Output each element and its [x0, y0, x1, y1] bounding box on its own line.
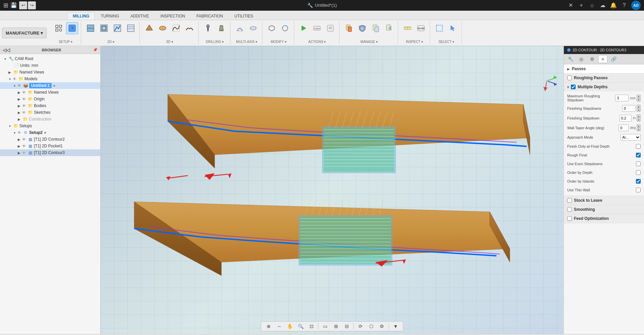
roughing-passes-header[interactable]: Roughing Passes: [564, 74, 644, 82]
tree-arrow-namedviews[interactable]: ▶: [7, 70, 12, 74]
checkbox-rough-final[interactable]: [636, 153, 641, 157]
vp-groundplane-icon[interactable]: ⊟: [342, 322, 352, 330]
untitled1-eye-icon[interactable]: 👁: [17, 84, 21, 88]
drill-icon[interactable]: [202, 22, 214, 34]
tab-utilities[interactable]: UTILITIES: [229, 12, 259, 20]
spindown-max-roughing[interactable]: ▼: [637, 98, 641, 102]
select-arrow-icon[interactable]: [447, 22, 459, 34]
2dpocket1-eye[interactable]: 👁: [22, 144, 26, 148]
select-box-icon[interactable]: [433, 22, 445, 34]
close-window-icon[interactable]: ✕: [567, 2, 574, 9]
2dcontour2-eye[interactable]: 👁: [22, 137, 26, 141]
bell-icon[interactable]: 🔔: [610, 2, 617, 9]
manage-1-icon[interactable]: [343, 22, 355, 34]
simulate-icon[interactable]: [298, 22, 310, 34]
vp-fit-icon[interactable]: ⊡: [307, 322, 316, 330]
manage-2-icon[interactable]: G: [356, 22, 368, 34]
new-setup-icon[interactable]: G: [66, 22, 78, 34]
sketches-eye[interactable]: 👁: [22, 110, 26, 114]
tree-arrow-namedviews-child[interactable]: ▶: [17, 91, 21, 94]
avatar[interactable]: AD: [631, 1, 641, 10]
spindown-finishing-stepdowns[interactable]: ▼: [637, 108, 641, 112]
3d-contour-icon[interactable]: [170, 22, 182, 34]
checkbox-use-thin-wall[interactable]: [636, 188, 641, 192]
checkbox-use-even-stepdowns[interactable]: [636, 161, 641, 166]
tree-arrow-untitled1[interactable]: ▾: [12, 84, 17, 88]
tree-arrow-construction[interactable]: ▶: [17, 117, 21, 121]
checkbox-order-by-depth[interactable]: [636, 170, 641, 175]
tree-arrow-origin[interactable]: ▶: [17, 97, 21, 101]
tree-item-setup2[interactable]: ▾ 👁 ⚙ Setup2 ●: [0, 129, 100, 136]
inspect-g1g2-icon[interactable]: G1 G2: [415, 22, 427, 34]
vp-zoom-icon[interactable]: 🔍: [296, 322, 306, 330]
tree-arrow-models[interactable]: ▾: [7, 77, 12, 81]
tree-arrow-setups[interactable]: ▾: [7, 124, 12, 128]
3d-pocket-icon[interactable]: [157, 22, 169, 34]
manage-3-icon[interactable]: [370, 22, 382, 34]
tree-arrow-setup2[interactable]: ▾: [12, 131, 17, 135]
tree-item-models[interactable]: ▾ 👁 📁 Models: [0, 76, 100, 82]
tree-item-2dcontour2[interactable]: ▶ 👁 ▦ [T1] 2D Contour2: [0, 136, 100, 143]
tree-item-namedviews-top[interactable]: ▶ 📁 Named Views: [0, 69, 100, 76]
manage-4-icon[interactable]: [383, 22, 395, 34]
viewport[interactable]: ⊕ ↔ ✋ 🔍 ⊡ ▭ ⊞ ⊟ ⟳ ⬡ ⚙ ▼: [101, 46, 564, 334]
modify-1-icon[interactable]: [266, 22, 278, 34]
tree-item-namedviews-child[interactable]: ▶ 👁 📁 Named Views: [0, 89, 100, 96]
2dcontour3-eye[interactable]: 👁: [22, 151, 26, 155]
tree-item-2dcontour3[interactable]: ▶ 👁 ▦ [T1] 2D Contour3: [0, 149, 100, 156]
vp-orbit-icon[interactable]: ⊕: [264, 322, 273, 330]
feed-optimization-header[interactable]: Feed Optimization: [564, 214, 644, 223]
spinup-max-roughing[interactable]: ▲: [637, 95, 641, 98]
input-finishing-stepdowns[interactable]: [622, 105, 636, 112]
models-eye-icon[interactable]: 👁: [13, 77, 16, 81]
postprocess-icon[interactable]: G1G2: [311, 22, 323, 34]
spindown-wall-taper[interactable]: ▼: [637, 128, 641, 131]
browser-pin-icon[interactable]: 📌: [93, 48, 98, 52]
thread-icon[interactable]: [215, 22, 227, 34]
tree-arrow-2dcontour2[interactable]: ▶: [17, 138, 21, 141]
spinup-wall-taper[interactable]: ▲: [637, 124, 641, 128]
namedviews-child-eye[interactable]: 👁: [22, 90, 26, 94]
2d-contour-icon[interactable]: [111, 22, 123, 34]
panel-tab-passes[interactable]: ≡: [598, 55, 607, 63]
panel-tab-geometry[interactable]: ◎: [577, 55, 586, 63]
inspect-ruler-icon[interactable]: [401, 22, 414, 34]
origin-eye[interactable]: 👁: [22, 97, 26, 101]
actions-3-icon[interactable]: [324, 22, 336, 34]
home-icon[interactable]: ⌂: [588, 2, 596, 9]
add-tab-icon[interactable]: +: [578, 2, 585, 9]
vp-grid-icon[interactable]: ⊞: [331, 322, 341, 330]
input-finishing-stepdown[interactable]: [620, 115, 632, 122]
tab-inspection[interactable]: INSPECTION: [155, 12, 191, 20]
vp-more-icon[interactable]: ▼: [391, 322, 400, 330]
tree-item-setups[interactable]: ▾ 📁 Setups: [0, 123, 100, 129]
tree-item-bodies[interactable]: ▶ 👁 📁 Bodies: [0, 102, 100, 109]
stock-to-leave-checkbox[interactable]: [567, 198, 572, 203]
undo-button[interactable]: ↩: [19, 1, 27, 9]
cloud-icon[interactable]: ☁: [599, 2, 606, 9]
multiaxis-1-icon[interactable]: [234, 22, 246, 34]
tree-arrow-camroot[interactable]: ▾: [3, 57, 7, 61]
tree-item-origin[interactable]: ▶ 👁 📁 Origin: [0, 96, 100, 102]
input-wall-taper-angle[interactable]: [619, 125, 629, 131]
3d-scallop-icon[interactable]: [183, 22, 196, 34]
spinup-finishing-stepdown[interactable]: ▲: [637, 114, 641, 118]
tree-item-2dpocket1[interactable]: ▶ 👁 ▦ [T1] 2D Pocket1: [0, 143, 100, 149]
tree-item-units[interactable]: 📄 Units: mm: [0, 62, 100, 69]
feed-optimization-checkbox[interactable]: [567, 216, 572, 221]
panel-tab-tool[interactable]: 🔧: [566, 55, 575, 63]
manufacture-button[interactable]: MANUFACTURE ▾: [2, 28, 47, 38]
tree-arrow-2dpocket1[interactable]: ▶: [17, 144, 21, 148]
setup-icon[interactable]: [53, 22, 65, 34]
tab-turning[interactable]: TURNING: [95, 12, 125, 20]
modify-2-icon[interactable]: [279, 22, 291, 34]
stock-to-leave-header[interactable]: Stock to Leave: [564, 196, 644, 205]
smoothing-header[interactable]: Smoothing: [564, 205, 644, 214]
vp-display-icon[interactable]: ▭: [321, 322, 330, 330]
2d-face-icon[interactable]: [125, 22, 137, 34]
tree-arrow-sketches[interactable]: ▶: [17, 111, 21, 114]
tree-item-camroot[interactable]: ▾ 🔧 CAM Root: [0, 55, 100, 62]
spindown-finishing-stepdown[interactable]: ▼: [637, 118, 641, 122]
multiple-depths-checkbox[interactable]: [571, 85, 576, 89]
spinup-finishing-stepdowns[interactable]: ▲: [637, 105, 641, 108]
